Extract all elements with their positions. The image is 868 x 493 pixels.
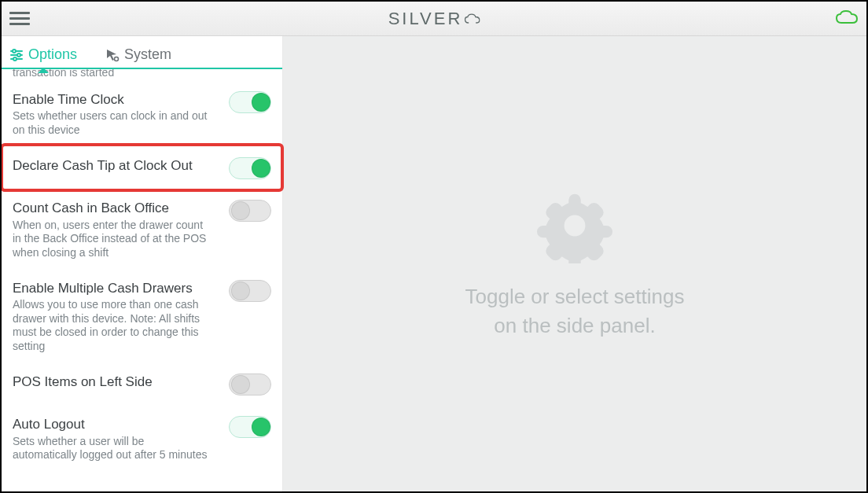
- svg-point-4: [17, 53, 20, 57]
- setting-title: Enable Multiple Cash Drawers: [13, 280, 221, 296]
- setting-desc: When on, users enter the drawer count in…: [13, 219, 209, 260]
- setting-declare-cash-tip: Declare Cash Tip at Clock Out: [2, 146, 282, 189]
- setting-time-clock: Enable Time Clock Sets whether users can…: [2, 80, 282, 146]
- brand-logo: SILVER: [388, 9, 480, 29]
- setting-desc: Sets whether users can clock in and out …: [13, 109, 209, 137]
- settings-list[interactable]: transaction is started Enable Time Clock…: [2, 69, 282, 491]
- tab-options-label: Options: [28, 46, 77, 63]
- app-header: SILVER: [2, 2, 866, 36]
- svg-point-7: [565, 215, 586, 237]
- main-panel: Toggle or select settings on the side pa…: [283, 36, 866, 491]
- toggle-auto-logout[interactable]: [229, 416, 271, 438]
- main-text-line1: Toggle or select settings: [465, 285, 685, 308]
- pointer-gear-icon: [105, 48, 120, 62]
- setting-title: Enable Time Clock: [13, 91, 221, 108]
- svg-point-5: [13, 57, 17, 61]
- setting-title: Count Cash in Back Office: [13, 200, 221, 216]
- tab-options[interactable]: Options: [6, 40, 80, 68]
- toggle-count-cash-back-office[interactable]: [229, 200, 271, 222]
- side-panel: Options System transaction is started: [2, 36, 283, 491]
- setting-title: POS Items on Left Side: [13, 373, 221, 390]
- main-placeholder-text: Toggle or select settings on the side pa…: [465, 282, 685, 340]
- gear-icon: [537, 188, 612, 263]
- toggle-time-clock[interactable]: [229, 91, 271, 113]
- setting-auto-logout: Auto Logout Sets whether a user will be …: [2, 405, 282, 471]
- content: Options System transaction is started: [2, 36, 866, 491]
- cloud-status-icon[interactable]: [835, 9, 859, 28]
- brand-text: SILVER: [388, 9, 463, 29]
- toggle-pos-items-left[interactable]: [229, 373, 271, 396]
- setting-desc: Allows you to use more than one cash dra…: [13, 298, 209, 353]
- tab-system-label: System: [124, 46, 171, 63]
- setting-pos-items-left: POS Items on Left Side: [2, 362, 282, 405]
- app-window: SILVER: [0, 0, 868, 493]
- setting-desc: Sets whether a user will be automaticall…: [13, 435, 209, 462]
- setting-title: Auto Logout: [13, 416, 221, 432]
- brand-cloud-icon: [464, 9, 480, 29]
- svg-point-3: [13, 50, 16, 53]
- side-tabs: Options System: [2, 36, 282, 69]
- setting-title: Declare Cash Tip at Clock Out: [13, 157, 221, 174]
- setting-multiple-cash-drawers: Enable Multiple Cash Drawers Allows you …: [2, 269, 282, 362]
- sliders-icon: [9, 48, 24, 62]
- menu-icon[interactable]: [9, 9, 30, 29]
- setting-count-cash-back-office: Count Cash in Back Office When on, users…: [2, 189, 282, 269]
- main-text-line2: on the side panel.: [494, 314, 655, 337]
- toggle-declare-cash-tip[interactable]: [229, 157, 271, 179]
- toggle-multiple-cash-drawers[interactable]: [229, 280, 271, 302]
- svg-point-6: [115, 57, 119, 61]
- tab-system[interactable]: System: [102, 40, 175, 68]
